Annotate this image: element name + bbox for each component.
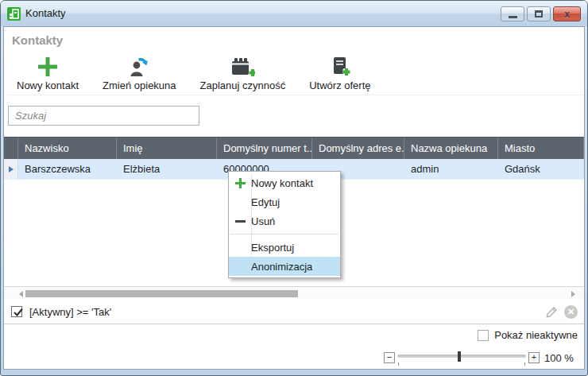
filter-checkbox[interactable] (11, 306, 22, 317)
scroll-left-icon[interactable] (19, 291, 23, 297)
titlebar: Kontakty x (1, 1, 587, 26)
minus-icon (229, 220, 251, 223)
toolbar-label: Nowy kontakt (17, 79, 79, 91)
zoom-out-button[interactable]: − (384, 352, 395, 363)
filter-bar: [Aktywny] >= 'Tak' ✕ (4, 300, 584, 324)
column-header-nazwisko[interactable]: Nazwisko (18, 138, 117, 159)
column-header-numer[interactable]: Domyślny numer t... (217, 138, 312, 159)
new-contact-plus-icon (36, 54, 60, 79)
scrollbar-thumb[interactable] (25, 290, 298, 297)
menu-item-usun[interactable]: Usuń (229, 211, 340, 231)
row-indicator-header (4, 138, 18, 159)
cell-miasto: Gdańsk (498, 159, 584, 179)
column-header-adres[interactable]: Domyślny adres e... (312, 138, 404, 159)
window-controls: x (498, 6, 581, 21)
new-contact-button[interactable]: Nowy kontakt (7, 52, 88, 93)
menu-item-eksportuj[interactable]: Eksportuj (229, 238, 340, 257)
maximize-icon (535, 10, 543, 17)
maximize-button[interactable] (527, 6, 551, 21)
zoom-in-button[interactable]: + (528, 352, 540, 363)
show-inactive-checkbox[interactable] (478, 330, 489, 341)
toolbar: Nowy kontakt Zmień opiekuna (7, 52, 584, 95)
zoom-slider[interactable] (396, 349, 528, 366)
zoom-tick (398, 362, 399, 366)
change-owner-button[interactable]: Zmień opiekuna (93, 52, 186, 93)
zoom-slider-thumb[interactable] (458, 351, 461, 362)
zoom-control: − + 100 % (384, 349, 578, 366)
app-window: Kontakty x Kontakty Nowy kontakt (0, 0, 588, 376)
menu-item-label: Edytuj (251, 196, 280, 208)
menu-item-edytuj[interactable]: Edytuj (229, 192, 340, 211)
cell-nazwisko: Barszczewska (18, 159, 117, 179)
checkmark-icon (12, 306, 25, 319)
create-offer-button[interactable]: Utwórz ofertę (300, 52, 380, 93)
menu-item-anonimizacja[interactable]: Anonimizacja (229, 257, 340, 276)
window-title: Kontakty (25, 7, 66, 19)
close-button[interactable]: x (553, 6, 581, 21)
show-inactive-option[interactable]: Pokaż nieaktywne (478, 329, 578, 341)
zoom-percent: 100 % (544, 352, 578, 364)
column-header-imie[interactable]: Imię (117, 138, 217, 159)
cell-opiekun: admin (404, 159, 498, 179)
menu-item-label: Usuń (251, 215, 275, 227)
horizontal-scrollbar[interactable] (4, 286, 584, 300)
schedule-activity-icon (230, 54, 255, 79)
menu-separator (230, 234, 338, 235)
menu-item-nowy-kontakt[interactable]: Nowy kontakt (229, 173, 340, 192)
zoom-tick (524, 362, 525, 366)
column-header-opiekun[interactable]: Nazwa opiekuna (404, 138, 498, 159)
panel-title: Kontakty (12, 33, 63, 47)
clear-filter-icon[interactable]: ✕ (564, 305, 578, 319)
scroll-right-icon[interactable] (571, 291, 575, 297)
row-indicator (4, 159, 18, 179)
schedule-activity-button[interactable]: Zaplanuj czynność (191, 52, 296, 93)
plus-icon (229, 177, 251, 189)
minimize-button[interactable] (501, 6, 524, 21)
minimize-icon (509, 16, 517, 18)
toolbar-label: Utwórz ofertę (309, 79, 370, 91)
change-owner-icon (127, 54, 151, 79)
create-offer-icon (328, 54, 352, 79)
zoom-slider-track[interactable] (397, 355, 526, 358)
cell-imie: Elżbieta (117, 159, 217, 179)
grid-header: Nazwisko Imię Domyślny numer t... Domyśl… (4, 137, 584, 159)
menu-item-label: Eksportuj (251, 242, 294, 254)
toolbar-label: Zmień opiekuna (103, 79, 176, 91)
search-input[interactable] (8, 106, 199, 126)
filter-expression: [Aktywny] >= 'Tak' (29, 306, 545, 318)
menu-item-label: Anonimizacja (251, 261, 312, 273)
current-row-arrow-icon (9, 166, 14, 172)
menu-item-label: Nowy kontakt (251, 177, 313, 189)
show-inactive-label: Pokaż nieaktywne (494, 329, 578, 341)
toolbar-label: Zaplanuj czynność (200, 79, 286, 91)
edit-pencil-icon[interactable] (545, 305, 559, 319)
context-menu: Nowy kontakt Edytuj Usuń Eksportuj Anoni… (228, 171, 341, 278)
column-header-miasto[interactable]: Miasto (498, 138, 584, 159)
close-icon: x (564, 9, 570, 20)
app-icon (7, 7, 21, 21)
